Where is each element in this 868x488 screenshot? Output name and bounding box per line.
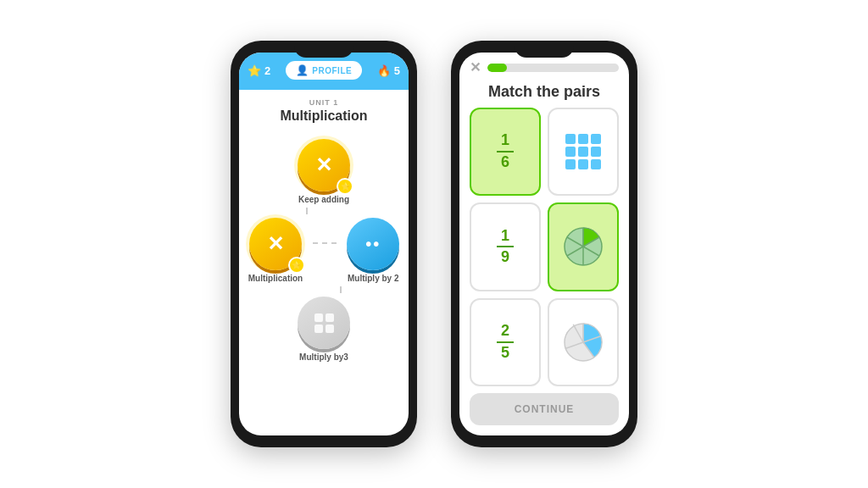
lesson-keep-adding[interactable]: ✕ ⭐ Keep adding <box>298 139 350 204</box>
right-phone-screen: ✕ Match the pairs 1 6 <box>459 53 629 435</box>
pie-green-chart <box>561 225 605 269</box>
profile-label: PROFILE <box>312 66 352 75</box>
node-label-multiply-by-3: Multiply by3 <box>299 352 348 362</box>
fraction-line-2 <box>497 246 514 247</box>
unit-label: UNIT 1 <box>309 98 339 107</box>
pair-card-frac-2-5[interactable]: 2 5 <box>470 298 541 386</box>
progress-bar-fill <box>487 64 507 72</box>
lesson-multiply-by-3[interactable]: Multiply by3 <box>298 297 350 362</box>
grid-sq-5 <box>578 147 588 157</box>
unit-section: UNIT 1 Multiplication <box>239 90 409 129</box>
right-phone-notch <box>515 41 574 58</box>
grid-sq-4 <box>565 147 576 157</box>
gems-count: 5 <box>394 64 400 77</box>
connector-dots <box>313 242 337 244</box>
fraction-numerator-2: 1 <box>501 228 509 245</box>
fraction-line-3 <box>497 341 514 343</box>
lesson-row-mult: ✕ ⭐ Multiplication •• Mult <box>248 218 399 283</box>
star-icon: ⭐ <box>248 64 261 77</box>
node-circle-multiplication[interactable]: ✕ ⭐ <box>249 218 302 270</box>
node-circle-multiply-by-2[interactable]: •• <box>347 218 399 270</box>
fraction-denominator-2: 9 <box>501 249 509 266</box>
stars-badge[interactable]: ⭐ 2 <box>248 64 270 77</box>
star-badge: ⭐ <box>337 178 353 195</box>
fraction-denominator-3: 5 <box>501 345 509 362</box>
lessons-area: ✕ ⭐ Keep adding ✕ ⭐ <box>239 129 409 435</box>
lesson-row-mult3: Multiply by3 <box>298 297 350 362</box>
node-label-multiply-by-2: Multiply by 2 <box>348 274 399 283</box>
continue-button[interactable]: CONTINUE <box>470 393 619 425</box>
pair-card-frac-1-9[interactable]: 1 9 <box>470 202 541 291</box>
pair-card-pie-green[interactable] <box>548 202 619 291</box>
grid-3x3-visual <box>562 130 604 173</box>
fraction-denominator: 6 <box>501 154 509 171</box>
gems-badge[interactable]: 🔥 5 <box>377 64 400 77</box>
progress-bar-container <box>487 64 619 72</box>
grid-sq-9 <box>591 159 601 169</box>
lesson-multiply-by-2[interactable]: •• Multiply by 2 <box>347 218 399 283</box>
lesson-row-keep-adding: ✕ ⭐ Keep adding <box>298 139 350 204</box>
star-badge-2: ⭐ <box>288 257 305 274</box>
match-title: Match the pairs <box>459 80 629 108</box>
fraction-line <box>497 151 514 152</box>
grid-sq-6 <box>591 147 601 157</box>
grid-sq-2 <box>578 134 588 144</box>
left-phone: ⭐ 2 👤 PROFILE 🔥 5 UNIT 1 Multiplica <box>231 41 417 447</box>
node-circle-multiply-by-3[interactable] <box>298 297 350 349</box>
profile-button[interactable]: 👤 PROFILE <box>286 61 362 80</box>
x-icon-2: ✕ <box>267 232 284 256</box>
pair-card-grid[interactable] <box>548 108 619 196</box>
grid-sq-8 <box>578 159 588 169</box>
fraction-numerator-3: 2 <box>501 323 509 340</box>
fraction-numerator: 1 <box>501 132 509 149</box>
node-label-multiplication: Multiplication <box>248 274 303 283</box>
person-icon: 👤 <box>296 64 309 76</box>
grid-sq-7 <box>565 159 576 169</box>
gem-icon: 🔥 <box>377 64 391 77</box>
node-label-keep-adding: Keep adding <box>298 195 349 204</box>
x-icon: ✕ <box>315 153 332 177</box>
fraction-1-6: 1 6 <box>497 132 514 171</box>
stars-count: 2 <box>264 64 270 77</box>
pie-blue-chart <box>561 320 605 364</box>
left-phone-notch <box>294 41 353 58</box>
dots-icon: •• <box>365 235 381 254</box>
grid-sq-3 <box>591 134 601 144</box>
left-phone-screen: ⭐ 2 👤 PROFILE 🔥 5 UNIT 1 Multiplica <box>239 53 409 435</box>
fraction-1-9: 1 9 <box>497 228 514 267</box>
fraction-2-5: 2 5 <box>497 323 514 362</box>
node-circle-keep-adding[interactable]: ✕ ⭐ <box>298 139 350 191</box>
path-connector-2 <box>340 286 342 293</box>
close-button[interactable]: ✕ <box>470 61 481 75</box>
pairs-grid: 1 6 <box>459 108 629 386</box>
pair-card-pie-blue[interactable] <box>548 298 619 386</box>
pair-card-frac-1-6[interactable]: 1 6 <box>470 108 541 196</box>
grid-icon <box>314 313 334 333</box>
unit-title: Multiplication <box>280 108 367 124</box>
scene: ⭐ 2 👤 PROFILE 🔥 5 UNIT 1 Multiplica <box>0 0 868 488</box>
grid-sq-1 <box>565 134 576 144</box>
top-bar: ⭐ 2 👤 PROFILE 🔥 5 <box>239 53 409 90</box>
lesson-multiplication[interactable]: ✕ ⭐ Multiplication <box>248 218 303 283</box>
path-connector-1 <box>306 208 308 214</box>
right-phone: ✕ Match the pairs 1 6 <box>451 41 637 447</box>
